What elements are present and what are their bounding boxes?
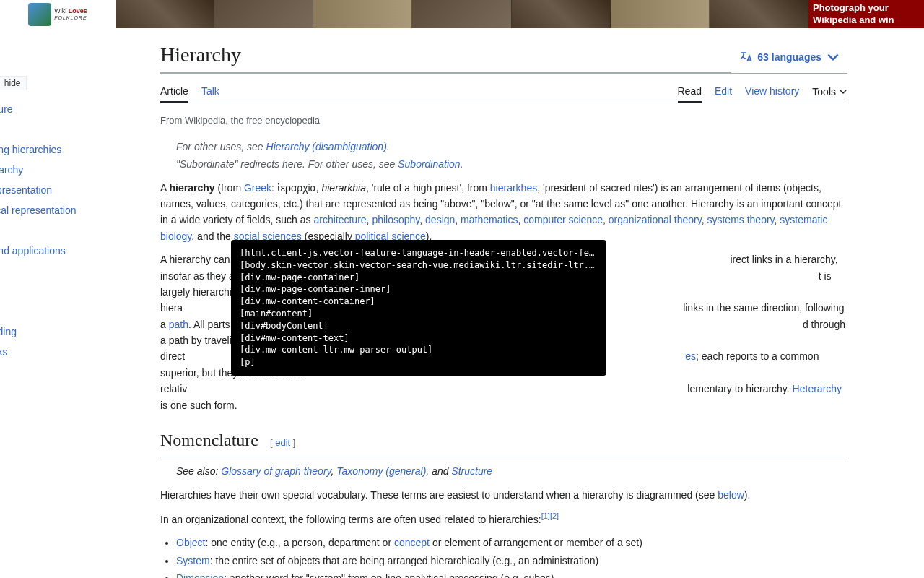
link-field[interactable]: systems theory — [707, 214, 774, 225]
list-item: Dimension: another word for "system" fro… — [176, 570, 847, 578]
toc-item: esenting hierarchies — [0, 139, 116, 160]
link-concept[interactable]: concept — [394, 537, 430, 548]
toc-item: ematical representation — [0, 200, 116, 220]
tools-menu[interactable]: Tools — [812, 79, 847, 103]
link-disambiguation[interactable]: Hierarchy (disambiguation) — [266, 141, 387, 152]
promo-banner: Wiki Loves FOLKLORE Photograph your Wiki… — [0, 0, 924, 28]
language-icon — [738, 50, 753, 64]
banner-cta[interactable]: Photograph your Wikipedia and win — [808, 1, 924, 28]
devtools-path-tooltip: [html.client-js.vector-feature-language-… — [231, 240, 606, 376]
term-system[interactable]: System — [176, 555, 210, 566]
tab-edit[interactable]: Edit — [715, 79, 732, 103]
toc-item: nal links — [0, 342, 116, 362]
ref-1[interactable]: [1] — [541, 512, 550, 520]
link-taxonomy[interactable]: Taxonomy (general) — [336, 465, 426, 477]
page-tabs: Article Talk Read Edit View history Tool… — [160, 79, 847, 103]
see-also-note: See also: Glossary of graph theory, Taxo… — [160, 463, 847, 479]
list-item: System: the entire set of objects that a… — [176, 553, 847, 569]
nomen-p1: Hierarchies have their own special vocab… — [160, 487, 847, 503]
toc-link[interactable]: ematical representation — [0, 204, 77, 216]
link-field[interactable]: computer science — [523, 214, 603, 225]
page-subtitle: From Wikipedia, the free encyclopedia — [160, 113, 847, 129]
list-item: Object: one entity (e.g., a person, depa… — [176, 535, 847, 551]
link-hierarkhes[interactable]: hierarkhes — [490, 182, 537, 194]
toc-item: also — [0, 281, 116, 301]
toc-item: al hierarchy — [0, 160, 116, 180]
chevron-down-icon — [839, 87, 847, 96]
toc-link[interactable]: al hierarchy — [0, 164, 23, 176]
tab-article[interactable]: Article — [160, 79, 188, 103]
link-field[interactable]: organizational theory — [609, 214, 702, 225]
term-dimension[interactable]: Dimension — [176, 572, 224, 578]
toc-link[interactable]: nal representation — [0, 184, 52, 196]
ref-2[interactable]: [2] — [550, 512, 559, 520]
link-field[interactable]: design — [425, 214, 455, 225]
hide-toc-button[interactable]: hide — [0, 76, 27, 90]
toc-link[interactable]: esenting hierarchies — [0, 144, 61, 155]
banner-image-strip — [116, 0, 808, 28]
terms-list: Object: one entity (e.g., a person, depa… — [176, 535, 847, 578]
toc-item: nal representation — [0, 180, 116, 200]
link-field[interactable]: architecture — [313, 214, 366, 225]
tab-history[interactable]: View history — [745, 79, 799, 103]
tab-read[interactable]: Read — [678, 79, 702, 103]
banner-logo[interactable]: Wiki Loves FOLKLORE — [0, 0, 116, 28]
page-title: Hierarchy — [160, 43, 731, 73]
toc-item: notes — [0, 301, 116, 322]
toc-item: ypes — [0, 220, 116, 241]
hatnote-redirect: "Subordinate" redirects here. For other … — [160, 156, 847, 172]
toc-item: er reading — [0, 322, 116, 342]
toc-link[interactable]: enclature — [0, 103, 13, 115]
toc-link[interactable]: nal links — [0, 346, 8, 358]
link-field[interactable]: philosophy — [372, 214, 419, 225]
language-selector[interactable]: 63 languages — [731, 46, 847, 69]
toc-item: isms — [0, 261, 116, 281]
link-structure[interactable]: Structure — [451, 465, 492, 477]
chevron-down-icon — [826, 50, 840, 64]
link-below[interactable]: below — [718, 489, 744, 501]
nomen-p2: In an organizational context, the follow… — [160, 510, 847, 527]
toc-item: ology — [0, 119, 116, 139]
lead-paragraph-1: A hierarchy (from Greek: ἱεραρχία, hiera… — [160, 180, 847, 245]
section-nomenclature: Nomenclature [ edit ] — [160, 426, 847, 457]
link-greek[interactable]: Greek — [244, 182, 271, 194]
toc-item: enclature — [0, 99, 116, 119]
toc-sidebar: ents hide enclatureologyesenting hierarc… — [0, 76, 116, 362]
tab-talk[interactable]: Talk — [201, 79, 219, 103]
link-heterarchy[interactable]: Heterarchy — [793, 383, 842, 394]
link-glossary[interactable]: Glossary of graph theory — [221, 465, 331, 477]
folklore-logo-icon — [28, 3, 51, 26]
link-subordination[interactable]: Subordination — [398, 158, 460, 170]
hatnote-disambiguation: For other uses, see Hierarchy (disambigu… — [160, 139, 847, 155]
toc-link[interactable]: exts and applications — [0, 245, 66, 256]
toc-item: exts and applications — [0, 241, 116, 261]
edit-section-link[interactable]: edit — [275, 437, 290, 448]
toc-link[interactable]: er reading — [0, 326, 17, 337]
link-field[interactable]: mathematics — [461, 214, 518, 225]
link-path[interactable]: path — [169, 319, 188, 330]
term-object[interactable]: Object — [176, 537, 205, 548]
